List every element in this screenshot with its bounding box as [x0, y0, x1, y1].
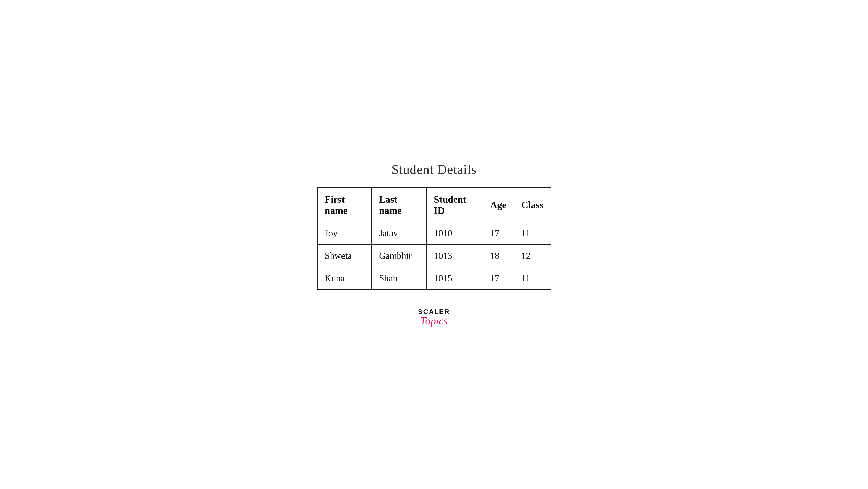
cell-student-id: 1013 — [427, 244, 483, 267]
col-header-student-id: Student ID — [427, 188, 483, 222]
cell-class: 11 — [514, 222, 551, 244]
page-container: Student Details First name Last name Stu… — [294, 147, 575, 342]
table-row: Kunal Shah 1015 17 11 — [317, 267, 551, 290]
cell-last-name: Gambhir — [372, 244, 427, 267]
branding: SCALER Topics — [418, 308, 450, 327]
cell-last-name: Shah — [372, 267, 427, 290]
cell-age: 18 — [483, 244, 514, 267]
branding-topics-text: Topics — [420, 315, 448, 327]
cell-first-name: Shweta — [317, 244, 372, 267]
col-header-last-name: Last name — [372, 188, 427, 222]
header-row: First name Last name Student ID Age Clas… — [317, 188, 551, 222]
cell-first-name: Joy — [317, 222, 372, 244]
cell-last-name: Jatav — [372, 222, 427, 244]
cell-age: 17 — [483, 267, 514, 290]
cell-student-id: 1015 — [427, 267, 483, 290]
cell-class: 11 — [514, 267, 551, 290]
col-header-first-name: First name — [317, 188, 372, 222]
table-header: First name Last name Student ID Age Clas… — [317, 188, 551, 222]
table-row: Joy Jatav 1010 17 11 — [317, 222, 551, 244]
table-body: Joy Jatav 1010 17 11 Shweta Gambhir 1013… — [317, 222, 551, 290]
page-title: Student Details — [391, 162, 476, 177]
cell-class: 12 — [514, 244, 551, 267]
table-row: Shweta Gambhir 1013 18 12 — [317, 244, 551, 267]
cell-age: 17 — [483, 222, 514, 244]
col-header-class: Class — [514, 188, 551, 222]
student-table: First name Last name Student ID Age Clas… — [317, 187, 551, 290]
cell-student-id: 1010 — [427, 222, 483, 244]
cell-first-name: Kunal — [317, 267, 372, 290]
col-header-age: Age — [483, 188, 514, 222]
